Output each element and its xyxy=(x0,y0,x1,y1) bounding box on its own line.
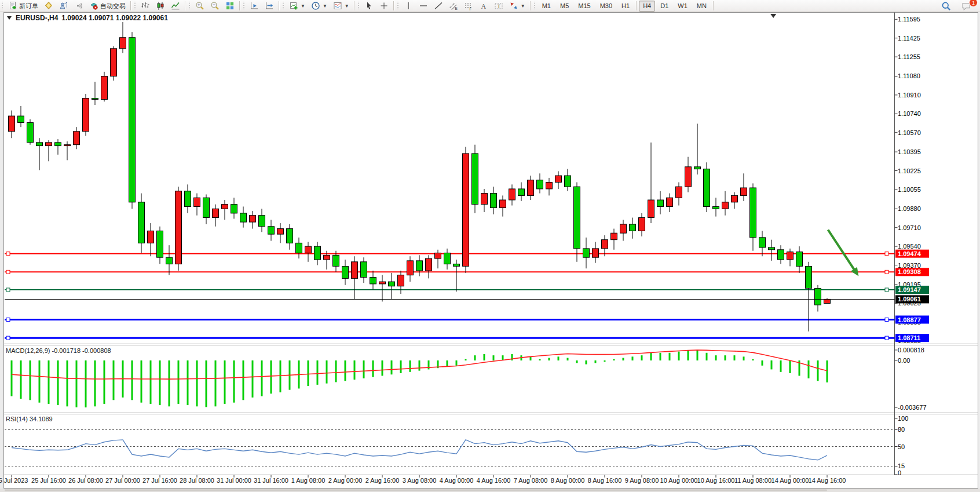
bar-chart-button[interactable] xyxy=(138,0,153,12)
svg-text:1.09147: 1.09147 xyxy=(898,286,921,293)
svg-text:1.09061: 1.09061 xyxy=(898,296,921,303)
depth-of-market-button[interactable] xyxy=(41,0,56,12)
svg-text:1.10910: 1.10910 xyxy=(898,92,921,99)
line-handle[interactable] xyxy=(885,270,888,274)
svg-text:3 Aug 08:00: 3 Aug 08:00 xyxy=(403,477,437,484)
chevron-down-icon[interactable]: ▼ xyxy=(323,3,327,9)
line-handle[interactable] xyxy=(6,336,10,340)
candle xyxy=(824,299,831,303)
svg-text:100: 100 xyxy=(898,415,908,422)
chevron-down-icon[interactable]: ▼ xyxy=(345,3,349,9)
candle xyxy=(83,99,89,132)
timeframe-m5-button[interactable]: M5 xyxy=(556,1,573,12)
candle xyxy=(630,224,636,231)
search-button[interactable] xyxy=(938,0,954,12)
zoom-in-button[interactable] xyxy=(192,0,207,12)
svg-text:50: 50 xyxy=(898,443,905,450)
timeframe-h4-button[interactable]: H4 xyxy=(639,1,655,12)
chart-canvas[interactable]: 1.115951.114251.112551.110801.109101.107… xyxy=(0,0,980,492)
horizontal-line-icon xyxy=(419,1,428,10)
new-order-icon xyxy=(8,1,17,10)
toolbar-grip[interactable] xyxy=(134,2,137,10)
signals-button[interactable] xyxy=(71,0,86,12)
toolbar-grip[interactable] xyxy=(1,2,4,10)
text-label-button[interactable]: T xyxy=(491,0,506,12)
svg-text:7 Aug 08:00: 7 Aug 08:00 xyxy=(514,477,548,484)
fibonacci-button[interactable]: F xyxy=(461,0,476,12)
candle xyxy=(537,180,543,189)
svg-text:1.08877: 1.08877 xyxy=(898,316,921,323)
candle xyxy=(36,143,43,146)
trendline-button[interactable] xyxy=(431,0,446,12)
price-tag: 1.08877 xyxy=(895,316,929,324)
timeframe-mn-button[interactable]: MN xyxy=(693,1,711,12)
candle xyxy=(796,252,803,267)
chevron-down-icon[interactable]: ▼ xyxy=(301,3,305,9)
text-label-icon: T xyxy=(494,1,503,10)
candlestick-chart-button[interactable] xyxy=(153,0,168,12)
equidistant-channel-button[interactable]: E xyxy=(446,0,461,12)
toolbar-grip[interactable] xyxy=(357,2,360,10)
line-chart-button[interactable] xyxy=(168,0,183,12)
text-button[interactable]: A xyxy=(476,0,491,12)
chevron-down-icon[interactable]: ▼ xyxy=(521,3,525,9)
toolbar-grip[interactable] xyxy=(282,2,285,10)
line-handle[interactable] xyxy=(885,318,888,322)
line-handle[interactable] xyxy=(885,336,888,340)
candle xyxy=(361,262,367,278)
templates-button[interactable]: ▼ xyxy=(330,0,352,12)
scrollbar-thumb[interactable] xyxy=(5,490,827,491)
vertical-line-icon xyxy=(404,1,413,10)
toolbar-grip[interactable] xyxy=(397,2,400,10)
svg-text:10 Aug 00:00: 10 Aug 00:00 xyxy=(660,477,698,484)
svg-text:1.09308: 1.09308 xyxy=(898,268,921,275)
auto-scroll-button[interactable] xyxy=(247,0,262,12)
candle xyxy=(324,255,330,260)
crosshair-button[interactable] xyxy=(376,0,392,12)
line-handle[interactable] xyxy=(6,270,10,274)
toolbar-grip[interactable] xyxy=(188,2,191,10)
timeframe-m1-button[interactable]: M1 xyxy=(538,1,555,12)
toolbar-grip[interactable] xyxy=(243,2,246,10)
arrows-button[interactable]: ▼ xyxy=(506,0,528,12)
line-handle[interactable] xyxy=(6,252,10,256)
candle xyxy=(528,180,534,196)
chart-shift-button[interactable] xyxy=(262,0,277,12)
new-order-button[interactable]: 新订单 xyxy=(5,0,41,12)
notifications-button[interactable]: 1 xyxy=(959,0,974,12)
toolbar-grip[interactable] xyxy=(533,2,536,10)
candle xyxy=(222,205,228,209)
timeframe-m30-button[interactable]: M30 xyxy=(596,1,616,12)
timeframe-h1-button[interactable]: H1 xyxy=(617,1,634,12)
candle xyxy=(203,198,210,217)
candle xyxy=(268,227,275,234)
terminal-button[interactable] xyxy=(56,0,71,12)
line-handle[interactable] xyxy=(885,252,888,256)
price-tag: 1.09147 xyxy=(895,286,929,294)
timeframe-d1-button[interactable]: D1 xyxy=(656,1,672,12)
svg-text:1 Aug 08:00: 1 Aug 08:00 xyxy=(291,477,326,484)
line-handle[interactable] xyxy=(6,318,10,322)
horizontal-line-button[interactable] xyxy=(416,0,431,12)
auto-trading-button[interactable]: 自动交易 xyxy=(86,0,129,12)
candle xyxy=(694,167,701,169)
periods-button[interactable]: ▼ xyxy=(308,0,330,12)
timeframe-w1-button[interactable]: W1 xyxy=(674,1,692,12)
candle xyxy=(491,194,497,208)
line-handle[interactable] xyxy=(885,288,888,291)
indicators-button[interactable]: ▼ xyxy=(286,0,308,12)
line-handle[interactable] xyxy=(6,288,10,291)
candle xyxy=(27,123,34,143)
vertical-line-button[interactable] xyxy=(401,0,416,12)
candle xyxy=(55,143,61,146)
cursor-icon xyxy=(364,1,374,10)
candle xyxy=(240,213,247,222)
timeframe-m15-button[interactable]: M15 xyxy=(574,1,594,12)
zoom-out-button[interactable] xyxy=(207,0,222,12)
tile-windows-button[interactable] xyxy=(222,0,237,12)
cursor-button[interactable] xyxy=(361,0,376,12)
svg-text:2 Aug 16:00: 2 Aug 16:00 xyxy=(365,477,400,484)
candle xyxy=(74,132,80,145)
svg-text:-0.003677: -0.003677 xyxy=(898,404,927,411)
svg-text:A: A xyxy=(481,2,486,10)
